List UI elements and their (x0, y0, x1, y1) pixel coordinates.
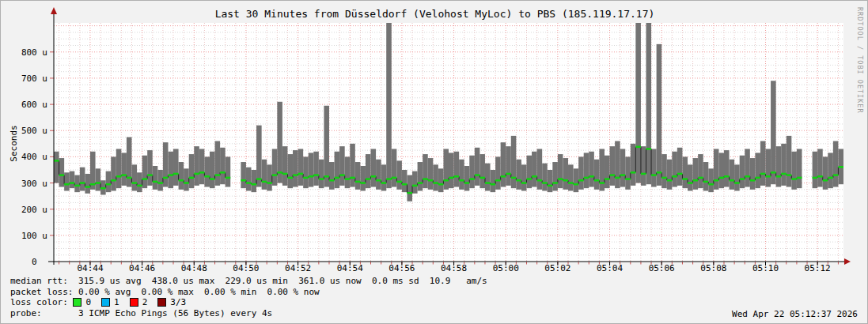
x-tick-label: 04:54 (332, 263, 367, 273)
x-tick-label: 05:04 (593, 263, 627, 273)
x-tick-label: 04:56 (385, 263, 419, 273)
y-tick-label: 100 u (6, 231, 47, 241)
y-tick-label: 600 u (6, 100, 47, 110)
rrdtool-smokeping-graph: Last 30 Minutes from Düsseldorf (Velohos… (0, 0, 868, 324)
y-tick-label: 300 u (6, 179, 47, 189)
x-tick-label: 04:50 (229, 263, 263, 273)
loss-color-item: 2 (130, 297, 148, 307)
x-tick-label: 04:48 (176, 263, 211, 273)
stat-packet-loss: packet loss: 0.00 % avg 0.00 % max 0.00 … (10, 287, 320, 298)
loss-color-item: 3/3 (157, 297, 186, 307)
x-tick-label: 04:58 (437, 263, 472, 273)
loss-color-items: 0123/3 (73, 297, 196, 307)
loss-color-value: 1 (114, 297, 119, 307)
loss-color-item: 0 (73, 297, 91, 307)
loss-color-legend: loss color: 0123/3 (10, 297, 196, 307)
loss-color-swatch (130, 298, 138, 307)
x-tick-label: 05:12 (800, 263, 835, 273)
loss-color-value: 3/3 (170, 297, 186, 307)
y-tick-label: 700 u (6, 73, 47, 84)
stat-probe: probe: 3 ICMP Echo Pings (56 Bytes) ever… (10, 308, 272, 319)
x-tick-label: 04:44 (73, 263, 108, 273)
x-tick-label: 05:10 (749, 263, 783, 273)
loss-color-value: 2 (142, 297, 148, 307)
graph-timestamp: Wed Apr 22 05:12:37 2026 (732, 309, 858, 319)
loss-color-label: loss color: (10, 297, 73, 307)
y-tick-label: 200 u (6, 205, 47, 215)
y-tick-label: 0 (6, 257, 47, 267)
x-tick-label: 04:52 (281, 263, 316, 273)
y-tick-label: 800 u (6, 47, 47, 58)
x-tick-label: 05:02 (540, 263, 575, 273)
x-tick-label: 05:08 (696, 263, 731, 273)
loss-color-item: 1 (101, 297, 119, 307)
loss-color-swatch (101, 298, 110, 307)
loss-color-value: 0 (85, 297, 91, 307)
x-tick-label: 04:46 (125, 263, 160, 273)
y-tick-label: 500 u (6, 126, 47, 136)
x-tick-label: 05:06 (644, 263, 679, 273)
x-tick-label: 05:00 (488, 263, 523, 273)
loss-color-swatch (157, 298, 166, 307)
y-tick-label: 400 u (6, 152, 47, 162)
stat-median-rtt: median rtt: 315.9 us avg 438.0 us max 22… (10, 276, 487, 287)
loss-color-swatch (73, 298, 81, 307)
